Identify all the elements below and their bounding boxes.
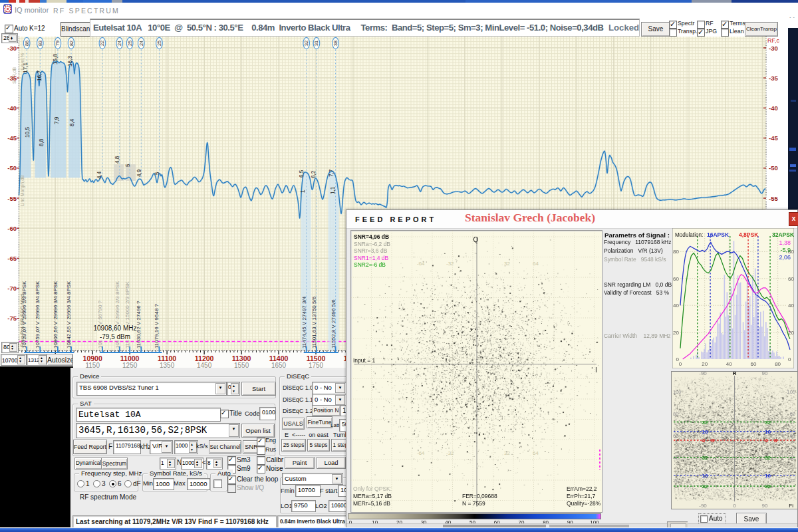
paint-button[interactable]: Paint bbox=[285, 457, 315, 469]
svg-text:Level,%: Level,% bbox=[20, 53, 25, 70]
svg-text:-60: -60 bbox=[7, 225, 17, 232]
svg-text:11079,16 V 9548 ?: 11079,16 V 9548 ? bbox=[154, 303, 160, 348]
svg-text:16: 16 bbox=[765, 473, 771, 479]
svg-text:16: 16 bbox=[765, 429, 771, 435]
svg-text:32: 32 bbox=[765, 483, 771, 489]
usals-button[interactable]: USALS bbox=[282, 418, 305, 430]
svg-text:90: 90 bbox=[762, 371, 768, 376]
status-left-text: Last searching at 11079,2MHz V/R 13V Fin… bbox=[76, 518, 269, 525]
svg-text:6,5: 6,5 bbox=[299, 170, 305, 178]
svg-text:RF,c: RF,c bbox=[767, 37, 780, 44]
svg-text:16,7: 16,7 bbox=[37, 70, 43, 81]
svg-text:10,5: 10,5 bbox=[25, 127, 31, 138]
svg-text:32: 32 bbox=[702, 455, 708, 461]
setchannel-button[interactable]: Set Channel bbox=[209, 440, 241, 454]
svg-text:Fi: Fi bbox=[789, 503, 793, 509]
svg-text:-30: -30 bbox=[7, 45, 17, 52]
svg-text:5: 5 bbox=[154, 172, 160, 175]
position-button[interactable]: Position N bbox=[312, 405, 340, 416]
dynamical-button[interactable]: Dynamical bbox=[74, 458, 102, 469]
magenta-artifact bbox=[599, 450, 600, 470]
finetune-button[interactable]: FineTune bbox=[307, 416, 332, 428]
svg-text:4,8PSK: 4,8PSK bbox=[739, 231, 759, 238]
svg-text:79: 79 bbox=[55, 41, 61, 46]
svg-text:11552,8 V 27496 5/6: 11552,8 V 27496 5/6 bbox=[331, 299, 336, 348]
svg-text:-79,5 dBm: -79,5 dBm bbox=[100, 333, 130, 340]
svg-text:8: 8 bbox=[712, 438, 715, 444]
snr-button[interactable]: SNR bbox=[243, 440, 260, 454]
svg-text:7,9: 7,9 bbox=[54, 116, 60, 124]
svg-text:32: 32 bbox=[702, 483, 708, 489]
steps25-button[interactable]: 25 steps bbox=[281, 439, 306, 452]
svg-text:25: 25 bbox=[156, 41, 162, 46]
svg-text:1750: 1750 bbox=[309, 362, 324, 368]
svg-text:16: 16 bbox=[702, 473, 708, 479]
svg-text:32: 32 bbox=[702, 420, 708, 426]
svg-text:10842,55 V 29996 3/4 8PSK: 10842,55 V 29996 3/4 8PSK bbox=[66, 281, 72, 348]
svg-text:-5,9: -5,9 bbox=[780, 247, 791, 253]
k-spinner[interactable]: 28 bbox=[1, 33, 18, 43]
taskbar[interactable] bbox=[0, 527, 798, 532]
svg-text:80: 80 bbox=[790, 411, 795, 417]
svg-text:R: R bbox=[733, 371, 737, 376]
svg-text:16,3: 16,3 bbox=[67, 56, 73, 66]
svg-text:32: 32 bbox=[765, 455, 771, 461]
svg-text:82: 82 bbox=[68, 41, 74, 46]
level-spinner[interactable]: 80 bbox=[1, 342, 19, 353]
svg-text:0: 0 bbox=[676, 356, 680, 362]
svg-text:4: 4 bbox=[702, 438, 706, 444]
steps5-button[interactable]: 5 steps bbox=[307, 439, 330, 452]
spectrum-button[interactable]: Spectrum bbox=[101, 458, 128, 469]
svg-text:11474,45 V 27497 3/4: 11474,45 V 27497 3/4 bbox=[301, 296, 307, 348]
svg-text:7,7: 7,7 bbox=[329, 169, 334, 177]
svg-text:1,1: 1,1 bbox=[330, 186, 336, 194]
svg-text:60: 60 bbox=[751, 361, 757, 367]
svg-text:32APSK: 32APSK bbox=[772, 231, 794, 238]
svg-text:Linc Margin,dB: Linc Margin,dB bbox=[20, 175, 25, 206]
svg-text:-55: -55 bbox=[7, 195, 17, 202]
param-line: Carrier Width 12,89 MHz bbox=[604, 332, 671, 339]
fstart-spinner[interactable]: 10700 bbox=[1, 354, 27, 366]
feed-auto-checkbox[interactable] bbox=[700, 515, 708, 523]
start-button[interactable]: Start bbox=[241, 382, 276, 396]
feed-report-window: FEED REPORT Stanislav Grech (Jacobek) x … bbox=[346, 209, 798, 527]
svg-text:90: 90 bbox=[762, 503, 768, 509]
openlist-button[interactable]: Open list bbox=[241, 424, 275, 438]
svg-text:0: 0 bbox=[679, 361, 682, 367]
svg-text:-55: -55 bbox=[769, 195, 778, 202]
svg-text:20: 20 bbox=[790, 477, 795, 483]
svg-text:-45: -45 bbox=[769, 134, 778, 142]
svg-text:25: 25 bbox=[127, 41, 133, 46]
range-spinner[interactable]: 1312 bbox=[27, 354, 48, 366]
load-button[interactable]: Load bbox=[317, 457, 346, 469]
svg-text:10806,56 V 29996 3/4 8PSK: 10806,56 V 29996 3/4 8PSK bbox=[53, 281, 59, 348]
svg-text:-40: -40 bbox=[7, 104, 17, 112]
status-field-left: Last searching at 11079,2MHz V/R 13V Fin… bbox=[72, 515, 277, 528]
svg-text:-90: -90 bbox=[699, 371, 707, 376]
svg-text:4,9: 4,9 bbox=[136, 169, 142, 177]
param-line: Polarization V/R (13V) bbox=[604, 247, 663, 254]
feedreport-button[interactable]: Feed Report bbox=[73, 440, 107, 454]
svg-text:80: 80 bbox=[673, 411, 678, 417]
status-field-right: 0.84m Inverto Black Ultra bbox=[277, 515, 348, 528]
black-backdrop bbox=[0, 366, 73, 527]
svg-text:-70: -70 bbox=[7, 285, 17, 292]
svg-text:4: 4 bbox=[765, 438, 768, 444]
svg-text:8,4: 8,4 bbox=[69, 118, 75, 126]
param-line: Validity of Forecast 53 % bbox=[604, 289, 669, 296]
svg-text:-35: -35 bbox=[769, 74, 778, 82]
svg-text:2,06: 2,06 bbox=[779, 254, 791, 261]
svg-text:16APSK: 16APSK bbox=[707, 231, 730, 238]
svg-text:1: 1 bbox=[300, 190, 306, 193]
svg-text:60: 60 bbox=[673, 276, 679, 282]
autosize-button[interactable]: Autosize bbox=[47, 354, 73, 366]
svg-text:-75: -75 bbox=[7, 315, 17, 322]
svg-text:1250: 1250 bbox=[122, 362, 138, 368]
svg-text:31: 31 bbox=[313, 41, 319, 46]
svg-text:0: 0 bbox=[733, 503, 736, 509]
svg-text:0: 0 bbox=[788, 356, 791, 362]
svg-text:100: 100 bbox=[673, 389, 682, 395]
svg-text:60: 60 bbox=[788, 276, 794, 282]
svg-text:6,2: 6,2 bbox=[311, 170, 317, 178]
svg-text:-50: -50 bbox=[769, 164, 778, 172]
